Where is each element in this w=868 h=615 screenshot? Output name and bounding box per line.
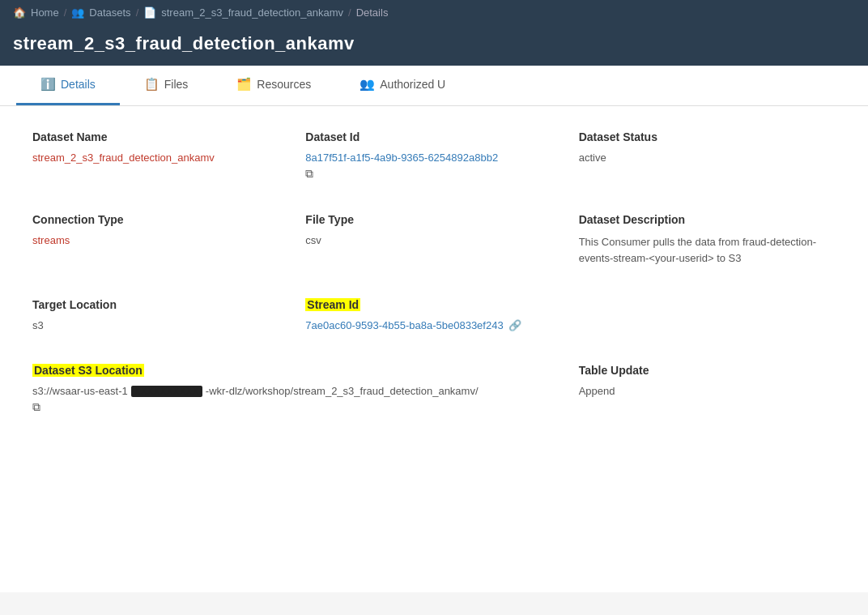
- s3-location-label-text: Dataset S3 Location: [32, 364, 144, 377]
- fields-row-4: Dataset S3 Location s3://wsaar-us-east-1…: [32, 364, 836, 414]
- fields-row-3: Target Location s3 Stream Id 7ae0ac60-95…: [32, 298, 836, 331]
- breadcrumb-dataset-name[interactable]: stream_2_s3_fraud_detection_ankamv: [161, 6, 343, 19]
- dataset-description-group: Dataset Description This Consumer pulls …: [579, 213, 836, 266]
- tab-details-label: Details: [61, 78, 96, 91]
- s3-prefix: s3://wsaar-us-east-1: [32, 385, 128, 397]
- table-update-value: Append: [579, 385, 836, 397]
- dataset-id-row: 8a17f51f-a1f5-4a9b-9365-6254892a8bb2 ⧉: [305, 152, 562, 181]
- separator: /: [348, 6, 351, 19]
- tab-authorized[interactable]: 👥 Authorized U: [335, 66, 470, 105]
- breadcrumb-home[interactable]: Home: [31, 6, 59, 19]
- tab-files-label: Files: [164, 78, 189, 91]
- datasets-icon: 👥: [71, 6, 84, 19]
- s3-redacted: XXXXXXXXXX: [131, 386, 202, 397]
- tab-resources-label: Resources: [257, 78, 311, 91]
- connection-type-label: Connection Type: [32, 213, 289, 226]
- copy-s3-icon[interactable]: ⧉: [32, 400, 563, 414]
- info-icon: ℹ️: [40, 77, 56, 92]
- connection-type-group: Connection Type streams: [32, 213, 289, 266]
- s3-location-group: Dataset S3 Location s3://wsaar-us-east-1…: [32, 364, 563, 414]
- file-type-label: File Type: [305, 213, 562, 226]
- dataset-status-value: active: [579, 152, 836, 164]
- target-location-group: Target Location s3: [32, 298, 289, 331]
- tabs-bar: ℹ️ Details 📋 Files 🗂️ Resources 👥 Author…: [0, 66, 868, 106]
- dataset-id-value: 8a17f51f-a1f5-4a9b-9365-6254892a8bb2: [305, 152, 562, 164]
- file-icon: 📄: [143, 6, 156, 19]
- breadcrumb: 🏠 Home / 👥 Datasets / 📄 stream_2_s3_frau…: [13, 6, 855, 19]
- main-content: Dataset Name stream_2_s3_fraud_detection…: [0, 106, 868, 592]
- s3-location-value: s3://wsaar-us-east-1XXXXXXXXXX-wkr-dlz/w…: [32, 385, 563, 414]
- tab-details[interactable]: ℹ️ Details: [16, 66, 120, 105]
- stream-id-row: 7ae0ac60-9593-4b55-ba8a-5be0833ef243 🔗: [305, 319, 562, 331]
- external-link-icon[interactable]: 🔗: [508, 319, 521, 331]
- stream-id-group: Stream Id 7ae0ac60-9593-4b55-ba8a-5be083…: [305, 298, 562, 331]
- tab-files[interactable]: 📋 Files: [120, 66, 213, 105]
- table-update-group: Table Update Append: [579, 364, 836, 414]
- s3-suffix: -wkr-dlz/workshop/stream_2_s3_fraud_dete…: [206, 385, 479, 397]
- placeholder-group-3: [579, 298, 836, 331]
- users-icon: 👥: [360, 77, 375, 92]
- dataset-description-value: This Consumer pulls the data from fraud-…: [579, 234, 836, 266]
- file-type-value: csv: [305, 234, 562, 246]
- dataset-name-label: Dataset Name: [32, 130, 289, 143]
- breadcrumb-details: Details: [356, 6, 389, 19]
- table-update-label: Table Update: [579, 364, 836, 377]
- dataset-status-label: Dataset Status: [579, 130, 836, 143]
- separator: /: [136, 6, 139, 19]
- dataset-name-group: Dataset Name stream_2_s3_fraud_detection…: [32, 130, 289, 181]
- tab-authorized-label: Authorized U: [380, 78, 445, 91]
- tab-resources[interactable]: 🗂️ Resources: [212, 66, 335, 105]
- file-type-group: File Type csv: [305, 213, 562, 266]
- fields-row-1: Dataset Name stream_2_s3_fraud_detection…: [32, 130, 836, 181]
- home-icon: 🏠: [13, 6, 26, 19]
- dataset-id-label: Dataset Id: [305, 130, 562, 143]
- stream-id-label-text: Stream Id: [305, 298, 360, 311]
- s3-value-text: s3://wsaar-us-east-1XXXXXXXXXX-wkr-dlz/w…: [32, 385, 563, 397]
- dataset-name-value: stream_2_s3_fraud_detection_ankamv: [32, 152, 289, 164]
- dataset-status-group: Dataset Status active: [579, 130, 836, 181]
- fields-row-2: Connection Type streams File Type csv Da…: [32, 213, 836, 266]
- dataset-id-group: Dataset Id 8a17f51f-a1f5-4a9b-9365-62548…: [305, 130, 562, 181]
- stream-id-value[interactable]: 7ae0ac60-9593-4b55-ba8a-5be0833ef243: [305, 319, 503, 331]
- separator: /: [64, 6, 67, 19]
- connection-type-value: streams: [32, 234, 289, 246]
- page-title: stream_2_s3_fraud_detection_ankamv: [13, 33, 355, 53]
- target-location-label: Target Location: [32, 298, 289, 311]
- resources-icon: 🗂️: [236, 77, 252, 92]
- files-icon: 📋: [144, 77, 160, 92]
- top-header: 🏠 Home / 👥 Datasets / 📄 stream_2_s3_frau…: [0, 0, 868, 25]
- copy-id-icon[interactable]: ⧉: [305, 167, 562, 181]
- breadcrumb-datasets[interactable]: Datasets: [89, 6, 130, 19]
- page-title-bar: stream_2_s3_fraud_detection_ankamv: [0, 25, 868, 66]
- s3-location-label: Dataset S3 Location: [32, 364, 563, 377]
- dataset-description-label: Dataset Description: [579, 213, 836, 226]
- target-location-value: s3: [32, 319, 289, 331]
- stream-id-label: Stream Id: [305, 298, 562, 311]
